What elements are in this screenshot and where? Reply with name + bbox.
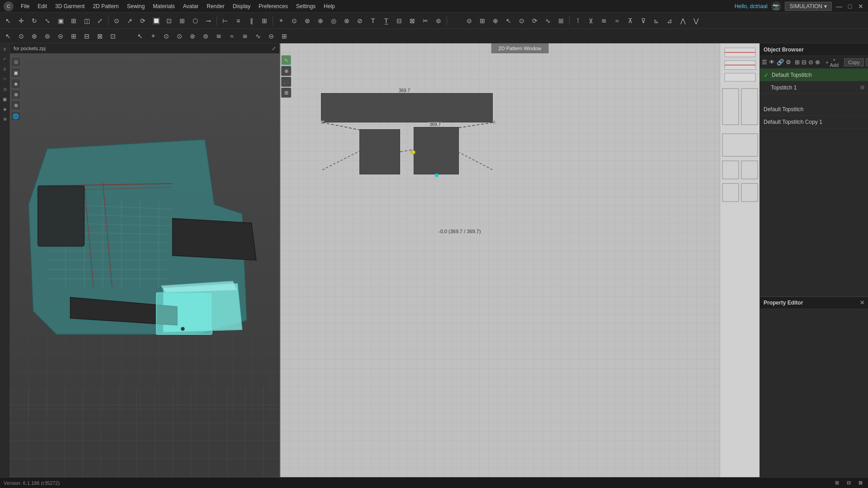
3d-lt6[interactable]: 🌐 [11, 111, 21, 121]
tool16[interactable]: ⊸ [202, 14, 215, 27]
tb2-2d-tool7[interactable]: ≋ [212, 30, 225, 42]
tb2-tool5[interactable]: ⊝ [54, 30, 67, 42]
ob-item-topstitch1[interactable]: Topstitch 1 ⊟ [760, 81, 868, 94]
ls-icon3[interactable]: ◈ [1, 105, 9, 113]
tool26[interactable]: ⊗ [340, 14, 353, 27]
simulation-button[interactable]: SIMULATION ▾ [785, 2, 832, 11]
layers-btn[interactable]: L [1, 55, 9, 63]
select-tool[interactable]: ↖ [2, 14, 14, 27]
property-editor-close[interactable]: ✕ [860, 300, 864, 306]
tb2-2d-tool3[interactable]: ⊙ [160, 30, 173, 42]
2d-tool12[interactable]: ≈ [611, 14, 623, 27]
2d-tool11[interactable]: ≋ [598, 14, 610, 27]
2d-tool-snap[interactable]: ⊞ [281, 88, 291, 98]
pattern-piece-wide[interactable] [321, 93, 493, 122]
3d-lt4[interactable]: ⊕ [11, 89, 21, 99]
ob-eye-icon[interactable]: 👁 [769, 57, 775, 67]
tool20[interactable]: ⊞ [258, 14, 271, 27]
tb2-2d-tool1[interactable]: ↖ [134, 30, 146, 42]
tool24[interactable]: ⊕ [314, 14, 327, 27]
2d-tool16[interactable]: ⊿ [663, 14, 676, 27]
tool14[interactable]: ⊞ [176, 14, 189, 27]
tb2-tool7[interactable]: ⊟ [80, 30, 93, 42]
2d-tool1[interactable]: ⊝ [463, 14, 476, 27]
tb2-2d-tool5[interactable]: ⊛ [186, 30, 199, 42]
ob-link-icon[interactable]: 🔗 [777, 57, 784, 67]
3d-scene[interactable] [10, 43, 279, 477]
tool25[interactable]: ◎ [327, 14, 340, 27]
window-close[interactable]: ✕ [857, 3, 864, 10]
tool13[interactable]: ⊡ [163, 14, 175, 27]
tool8[interactable]: ⤢ [94, 14, 106, 27]
3d-lt5[interactable]: ⊗ [11, 100, 21, 110]
tb2-2d-tool8[interactable]: ≈ [226, 30, 238, 42]
menu-sewing[interactable]: Sewing [123, 2, 148, 11]
copy-button[interactable]: Copy [844, 58, 864, 66]
tool29[interactable]: T̲ [380, 14, 392, 27]
tool17[interactable]: ⊢ [219, 14, 231, 27]
menu-materials[interactable]: Materials [149, 2, 179, 11]
tb2-tool8[interactable]: ⊠ [94, 30, 106, 42]
tool18[interactable]: ≡ [232, 14, 245, 27]
scale-tool[interactable]: ⤡ [41, 14, 54, 27]
modular-btn[interactable]: M [1, 65, 9, 73]
tool19[interactable]: ∥ [245, 14, 258, 27]
config-btn[interactable]: C [1, 75, 9, 83]
pattern-canvas[interactable]: 369.7 369.7 [280, 43, 760, 477]
tb2-tool3[interactable]: ⊛ [28, 30, 41, 42]
tool15[interactable]: ⬡ [189, 14, 202, 27]
2d-tool9[interactable]: ⊺ [571, 14, 584, 27]
status-icon3[interactable]: ⊠ [856, 479, 864, 487]
3d-lt1[interactable]: ⊙ [11, 57, 21, 67]
tb2-tool4[interactable]: ⊜ [41, 30, 54, 42]
ob-list-icon[interactable]: ☰ [762, 57, 767, 67]
3d-lt2[interactable]: ▣ [11, 68, 21, 78]
tb2-2d-tool2[interactable]: ⌖ [147, 30, 160, 42]
menu-help[interactable]: Help [320, 2, 339, 11]
2d-tool15[interactable]: ⊾ [650, 14, 663, 27]
menu-2d-pattern[interactable]: 2D Pattern [89, 2, 122, 11]
ob-item-default-topstitch[interactable]: ✓ Default Topstitch [760, 69, 868, 81]
2d-select-tool[interactable]: ↖ [281, 55, 291, 65]
menu-edit[interactable]: Edit [34, 2, 51, 11]
add-button[interactable]: ++ Add [822, 56, 842, 69]
tool23[interactable]: ⊛ [301, 14, 314, 27]
expand-3d-btn[interactable]: ⤢ [272, 46, 276, 52]
2d-tool6[interactable]: ⟳ [528, 14, 541, 27]
tool5[interactable]: ▣ [54, 14, 67, 27]
status-icon2[interactable]: ⊟ [844, 479, 853, 487]
ob-tool4[interactable]: ⊝ [808, 57, 813, 67]
menu-render[interactable]: Render [203, 2, 228, 11]
rotate-tool[interactable]: ↻ [28, 14, 41, 27]
tb2-2d-tool10[interactable]: ∿ [252, 30, 264, 42]
ob-item-default-topstitch-copy2[interactable]: Default Topstitch Copy 1 [760, 116, 868, 128]
ob-tool3[interactable]: ⊟ [802, 57, 807, 67]
menu-settings[interactable]: Settings [292, 2, 319, 11]
tool7[interactable]: ◫ [80, 14, 93, 27]
menu-file[interactable]: File [17, 2, 33, 11]
tb2-2d-tool6[interactable]: ⊜ [199, 30, 212, 42]
2d-tool18[interactable]: ⋁ [689, 14, 702, 27]
tool22[interactable]: ⊙ [288, 14, 301, 27]
move-tool[interactable]: ✛ [15, 14, 28, 27]
2d-zoom-tool[interactable]: ⊕ [281, 66, 291, 76]
tb2-2d-tool4[interactable]: ⊙ [173, 30, 186, 42]
tool32[interactable]: ✂ [419, 14, 432, 27]
ls-icon1[interactable]: ⊙ [1, 85, 9, 93]
toggle-button[interactable]: Toggle [866, 58, 868, 66]
2d-tool4[interactable]: ↖ [502, 14, 515, 27]
tool28[interactable]: T [367, 14, 379, 27]
tb2-tool1[interactable]: ↖ [2, 30, 14, 42]
tool10[interactable]: ↗ [123, 14, 136, 27]
2d-tool7[interactable]: ∿ [542, 14, 554, 27]
tool21[interactable]: ⌖ [275, 14, 288, 27]
tb2-2d-tool12[interactable]: ⊞ [278, 30, 291, 42]
2d-tool3[interactable]: ⊕ [489, 14, 502, 27]
3d-lt3[interactable]: ◈ [11, 79, 21, 89]
ls-icon2[interactable]: ▣ [1, 95, 9, 103]
2d-tool10[interactable]: ⊻ [585, 14, 597, 27]
tool11[interactable]: ⟳ [137, 14, 149, 27]
tool9[interactable]: ⊙ [110, 14, 123, 27]
history-btn[interactable]: H [1, 45, 9, 53]
tb2-2d-tool11[interactable]: ⊝ [265, 30, 278, 42]
